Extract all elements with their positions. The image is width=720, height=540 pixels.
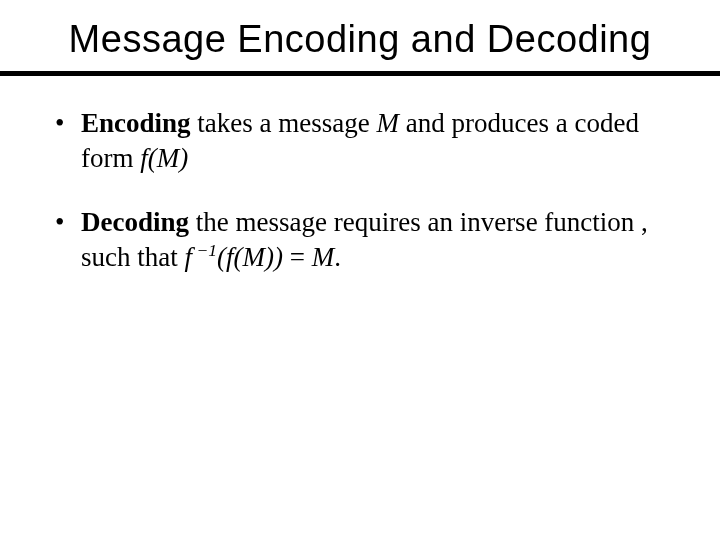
var-M: M [376,108,399,138]
equals: = [283,242,312,272]
bullet-encoding: Encoding takes a message M and produces … [55,106,665,175]
slide-content: Encoding takes a message M and produces … [0,76,720,274]
slide: Message Encoding and Decoding Encoding t… [0,0,720,540]
text: takes a message [191,108,377,138]
bullet-list: Encoding takes a message M and produces … [55,106,665,274]
term-decoding: Decoding [81,207,189,237]
expr-fM: f(M) [140,143,188,173]
bullet-decoding: Decoding the message requires an inverse… [55,205,665,274]
term-encoding: Encoding [81,108,191,138]
inverse-formula: f −1(f(M)) [184,242,283,272]
period: . [334,242,341,272]
slide-title: Message Encoding and Decoding [0,0,720,71]
var-M-result: M [312,242,335,272]
